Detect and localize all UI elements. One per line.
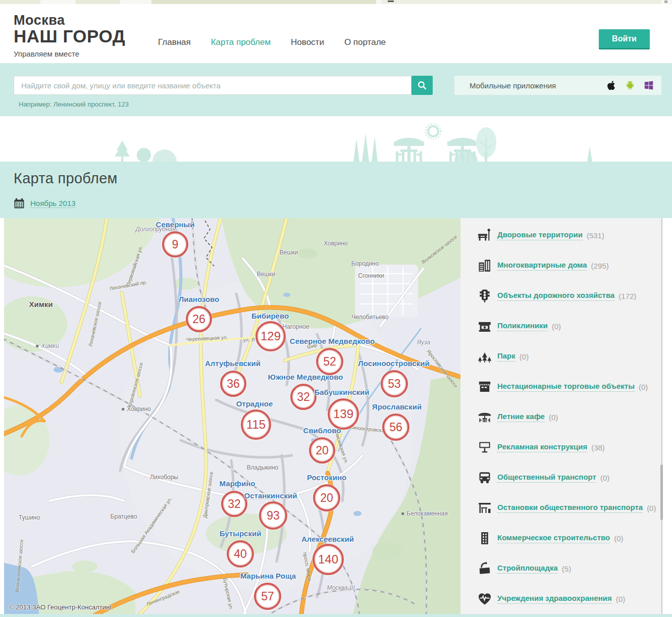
problem-marker[interactable]: 36 — [220, 371, 246, 397]
marker-count: 20 — [316, 444, 329, 457]
android-icon[interactable] — [625, 80, 636, 91]
category-link[interactable]: Стройплощадка — [497, 563, 558, 574]
category-link[interactable]: Дворовые территории — [497, 230, 583, 240]
marker-count: 129 — [261, 329, 281, 343]
clinic-icon — [477, 319, 492, 334]
problem-marker[interactable]: 115 — [241, 409, 271, 440]
category-count: (0) — [600, 474, 609, 482]
search-button[interactable] — [411, 76, 433, 95]
problem-marker[interactable]: 20 — [313, 484, 340, 511]
district-label: Северный — [156, 220, 195, 229]
problem-marker[interactable]: 20 — [309, 437, 335, 464]
sun-icon — [428, 126, 438, 136]
billboard-icon — [477, 440, 492, 455]
site-logo[interactable]: Москва НАШ ГОРОД Управляем вместе — [14, 13, 125, 58]
problem-marker[interactable]: 32 — [221, 491, 247, 517]
commercial-building-icon — [477, 531, 492, 546]
category-count: (0) — [520, 352, 529, 361]
top-strip-segment — [0, 0, 40, 4]
category-count: (0) — [639, 383, 648, 391]
cafe-icon — [477, 409, 492, 425]
district-label: Останкинский — [244, 491, 297, 500]
nav-item-problem-map[interactable]: Карта проблем — [211, 37, 271, 47]
district-label: Южное Медведково — [268, 373, 343, 381]
windows-icon[interactable] — [643, 80, 654, 91]
nav-item-about[interactable]: О портале — [344, 37, 386, 47]
category-link[interactable]: Рекламная конструкция — [497, 442, 587, 452]
category-count: (0) — [616, 595, 625, 603]
logo-line-1: Москва — [14, 13, 125, 27]
nav-item-news[interactable]: Новости — [291, 37, 324, 47]
apartment-icon — [477, 258, 492, 273]
district-label: Бабушкинский — [314, 388, 369, 396]
sidebar-scrollbar-thumb[interactable] — [660, 465, 663, 520]
problem-marker[interactable]: 93 — [259, 501, 287, 530]
app-icons — [606, 80, 654, 91]
category-link[interactable]: Объекты дорожного хозяйства — [497, 291, 614, 301]
top-strip-dot — [664, 1, 667, 3]
problem-marker[interactable]: 140 — [313, 544, 344, 575]
category-sidebar: Дворовые территории (531) Многоквартирны… — [460, 218, 661, 614]
problem-marker[interactable]: 139 — [328, 398, 359, 430]
problem-marker[interactable]: 57 — [254, 583, 281, 610]
category-link[interactable]: Летние кафе — [497, 412, 545, 422]
problem-marker[interactable]: 52 — [316, 348, 343, 375]
category-link[interactable]: Общественный транспорт — [497, 473, 596, 483]
crane-icon — [477, 561, 492, 576]
marker-count: 32 — [228, 497, 241, 511]
category-count: (172) — [618, 292, 636, 300]
top-strip — [0, 0, 672, 4]
page-banner: Карта проблем Ноябрь 2013 — [0, 162, 672, 218]
apple-icon[interactable] — [606, 80, 617, 91]
health-icon — [477, 591, 492, 606]
marker-count: 115 — [246, 418, 266, 432]
login-button[interactable]: Войти — [599, 29, 650, 49]
district-label: Лосиноостровский — [358, 359, 429, 368]
mobile-apps-box: Мобильные приложения — [454, 76, 661, 95]
bus-icon — [477, 470, 492, 485]
search-hint: Например: Ленинский проспект, 123 — [19, 100, 129, 108]
category-link[interactable]: Многоквартирные дома — [497, 261, 587, 271]
nav-item-home[interactable]: Главная — [158, 37, 191, 47]
district-label: Ярославский — [372, 402, 422, 411]
problem-marker[interactable]: 9 — [162, 231, 188, 258]
category-link[interactable]: Поликлиники — [497, 321, 548, 331]
logo-line-2: НАШ ГОРОД — [14, 27, 125, 46]
problem-marker[interactable]: 53 — [381, 370, 408, 397]
district-label: Алтуфьевский — [205, 359, 261, 368]
kiosk-icon — [477, 379, 492, 394]
date-link[interactable]: Ноябрь 2013 — [30, 199, 76, 208]
category-link[interactable]: Остановки общественного транспорта — [497, 503, 643, 513]
category-link[interactable]: Парк — [497, 351, 515, 362]
category-row: Стройплощадка (5) — [460, 553, 661, 584]
search-icon — [417, 80, 427, 90]
category-row: Объекты дорожного хозяйства (172) — [460, 281, 661, 311]
marker-count: 53 — [388, 377, 401, 391]
problem-map[interactable]: ДолгопруднаяХимкиХимкиВешкиВешкиХовриноБ… — [4, 218, 460, 614]
category-row: Летние кафе (0) — [460, 402, 661, 432]
category-row: Рекламная конструкция (38) — [460, 432, 661, 462]
page-title: Карта проблем — [14, 170, 118, 187]
problem-marker[interactable]: 40 — [227, 540, 254, 568]
category-count: (0) — [552, 322, 561, 331]
marker-count: 52 — [323, 355, 336, 369]
category-link[interactable]: Нестационарные торговые объекты — [497, 382, 635, 392]
problem-marker[interactable]: 56 — [382, 414, 409, 441]
top-strip-tick — [388, 1, 394, 2]
problem-marker[interactable]: 129 — [255, 321, 286, 351]
problem-marker[interactable]: 26 — [186, 306, 212, 332]
date-picker[interactable]: Ноябрь 2013 — [14, 198, 76, 209]
map-copyright: © 2013 ЗАО Геоцентр-Консалтинг — [9, 603, 112, 611]
category-link[interactable]: Коммерческое строительство — [497, 533, 610, 543]
category-row: Поликлиники (0) — [460, 311, 661, 341]
sidebar-scrollbar-track[interactable] — [661, 218, 662, 614]
problem-marker[interactable]: 32 — [290, 384, 317, 410]
category-link[interactable]: Учреждения здравоохранения — [497, 594, 612, 604]
bottom-strip — [0, 614, 672, 617]
marker-count: 32 — [297, 390, 310, 404]
category-row: Дворовые территории (531) — [460, 220, 661, 250]
mobile-apps-label: Мобильные приложения — [470, 81, 606, 90]
top-strip-segment — [76, 0, 120, 4]
search-input[interactable] — [14, 76, 411, 95]
traffic-light-icon — [477, 288, 492, 303]
